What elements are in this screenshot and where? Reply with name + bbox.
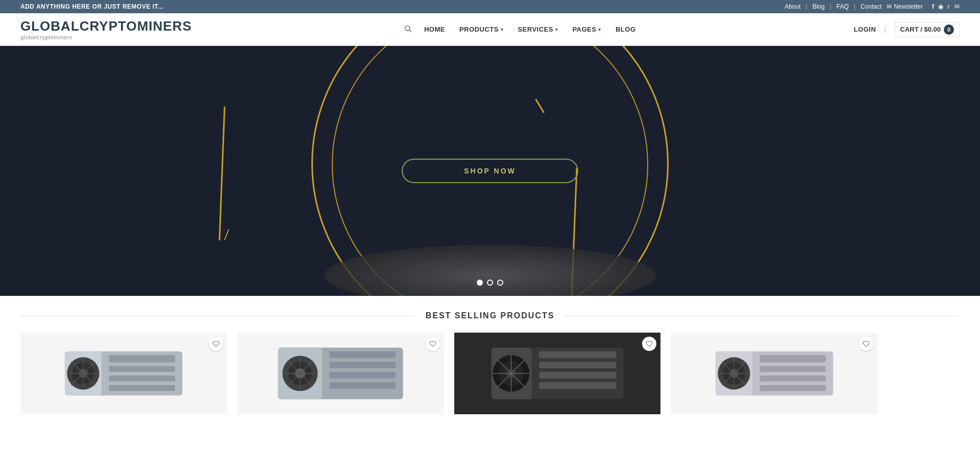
nav-item-blog[interactable]: BLOG (609, 21, 642, 37)
twitter-icon[interactable]: 𝕣 (947, 3, 950, 10)
shop-now-button[interactable]: SHOP NOW (402, 159, 578, 183)
instagram-icon[interactable]: ◉ (938, 3, 943, 10)
cart-count: 0 (944, 24, 954, 35)
cart-label: CART / $0.00 (900, 26, 941, 33)
newsletter-link[interactable]: ✉ Newsletter (887, 3, 923, 10)
miner-image-3 (464, 337, 650, 410)
hero-section: SHOP NOW (0, 46, 980, 296)
social-icons: f ◉ 𝕣 ✉ (932, 3, 960, 10)
nav-right: LOGIN | CART / $0.00 0 (854, 22, 960, 37)
svg-rect-24 (330, 351, 396, 358)
main-nav: GLOBALCRYPTOMINERS globalcryptominers HO… (0, 13, 980, 46)
heart-icon-3 (646, 340, 653, 347)
svg-rect-12 (109, 366, 176, 372)
svg-rect-27 (330, 382, 396, 389)
svg-point-0 (405, 26, 410, 30)
search-icon[interactable] (404, 24, 412, 35)
svg-rect-13 (109, 375, 176, 382)
section-title: BEST SELLING PRODUCTS (426, 311, 555, 320)
svg-rect-25 (330, 362, 396, 368)
svg-rect-53 (760, 385, 826, 391)
heart-icon-1 (212, 340, 219, 347)
sep2: | (830, 3, 831, 10)
products-section: BEST SELLING PRODUCTS (0, 296, 980, 424)
miner-image-2 (248, 337, 433, 410)
product-image-area-4 (671, 333, 877, 414)
slider-dot-3[interactable] (497, 280, 503, 286)
svg-rect-50 (760, 355, 826, 362)
wishlist-button-4[interactable] (859, 337, 873, 351)
section-header: BEST SELLING PRODUCTS (20, 311, 960, 320)
svg-rect-14 (109, 385, 176, 391)
logo-subtitle: globalcryptominers (20, 34, 192, 40)
login-button[interactable]: LOGIN (854, 26, 876, 33)
nav-item-services[interactable]: SERVICES ▾ (511, 21, 564, 37)
miner-image-4 (681, 337, 867, 410)
cart-button[interactable]: CART / $0.00 0 (895, 22, 960, 37)
nav-item-products[interactable]: PRODUCTS ▾ (453, 21, 509, 37)
svg-rect-52 (760, 375, 826, 382)
miner-image-1 (31, 337, 216, 410)
chevron-down-icon: ▾ (555, 27, 558, 32)
nav-item-pages[interactable]: PAGES ▾ (566, 21, 607, 37)
nav-menu: HOME PRODUCTS ▾ SERVICES ▾ PAGES ▾ BLOG (404, 21, 642, 37)
blog-link[interactable]: Blog (813, 3, 825, 10)
top-bar-right: About | Blog | FAQ | Contact ✉ Newslette… (785, 3, 960, 10)
about-link[interactable]: About (785, 3, 800, 10)
svg-rect-39 (539, 372, 616, 379)
nav-item-home[interactable]: HOME (418, 21, 451, 37)
facebook-icon[interactable]: f (932, 3, 934, 10)
svg-rect-40 (539, 382, 616, 389)
chevron-down-icon: ▾ (598, 27, 601, 32)
heart-icon-4 (863, 340, 870, 347)
wishlist-button-2[interactable] (426, 337, 440, 351)
svg-rect-37 (539, 351, 616, 358)
logo-area[interactable]: GLOBALCRYPTOMINERS globalcryptominers (20, 18, 192, 40)
product-image-area-2 (237, 333, 444, 414)
section-title-wrap: BEST SELLING PRODUCTS (415, 311, 565, 320)
announcement-text: ADD ANYTHING HERE OR JUST REMOVE IT... (20, 3, 164, 10)
product-image-area-1 (20, 333, 227, 414)
nav-divider: | (884, 25, 886, 34)
slider-dots (477, 280, 503, 286)
product-card-2[interactable] (237, 333, 444, 414)
contact-link[interactable]: Contact (861, 3, 881, 10)
product-card-3[interactable] (454, 333, 661, 414)
email-icon: ✉ (887, 3, 892, 10)
slider-dot-2[interactable] (487, 280, 493, 286)
newsletter-text[interactable]: Newsletter (894, 3, 923, 10)
chevron-down-icon: ▾ (501, 27, 504, 32)
email-social-icon[interactable]: ✉ (954, 3, 960, 10)
products-grid (20, 333, 960, 414)
svg-rect-26 (330, 372, 396, 379)
svg-line-2 (219, 107, 225, 240)
heart-icon-2 (429, 340, 436, 347)
product-image-area-3 (454, 333, 661, 414)
svg-rect-51 (760, 366, 826, 372)
logo-title[interactable]: GLOBALCRYPTOMINERS (20, 18, 192, 34)
wishlist-button-1[interactable] (209, 337, 223, 351)
search-svg (404, 24, 412, 33)
slider-dot-1[interactable] (477, 280, 483, 286)
product-card-4[interactable] (671, 333, 877, 414)
top-bar: ADD ANYTHING HERE OR JUST REMOVE IT... A… (0, 0, 980, 13)
sep3: | (854, 3, 855, 10)
svg-line-1 (409, 30, 411, 32)
faq-link[interactable]: FAQ (837, 3, 849, 10)
svg-rect-11 (109, 355, 176, 362)
sep1: | (806, 3, 807, 10)
svg-rect-38 (539, 362, 616, 368)
hero-button-wrapper: SHOP NOW (402, 159, 578, 183)
wishlist-button-3[interactable] (642, 337, 656, 351)
product-card-1[interactable] (20, 333, 227, 414)
svg-line-5 (225, 230, 229, 240)
